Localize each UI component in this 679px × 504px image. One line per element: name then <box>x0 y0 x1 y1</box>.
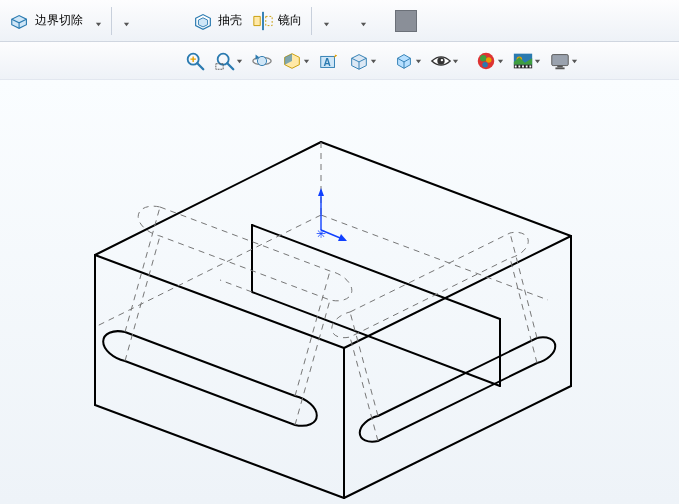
mirror-label: 镜向 <box>278 12 302 29</box>
mirror-icon <box>252 10 274 32</box>
section-view-icon <box>281 50 303 72</box>
boundary-cut-button[interactable]: 边界切除 <box>4 3 88 39</box>
section-view-button[interactable] <box>278 45 313 77</box>
chevron-down-icon <box>415 54 422 68</box>
scene-icon <box>512 50 534 72</box>
svg-point-9 <box>441 58 443 60</box>
dropdown-2[interactable] <box>116 3 135 39</box>
material-swatch-button[interactable] <box>390 3 422 39</box>
chevron-down-icon <box>303 54 310 68</box>
dropdown-1[interactable] <box>88 3 107 39</box>
boundary-cut-icon <box>9 10 31 32</box>
svg-rect-19 <box>557 65 563 67</box>
previous-view-button[interactable] <box>248 45 276 77</box>
eye-icon <box>430 50 452 72</box>
view-orientation-icon <box>393 50 415 72</box>
display-style-icon <box>348 50 370 72</box>
model-viewport[interactable]: ✳ <box>0 80 679 504</box>
zoom-area-icon <box>214 50 236 72</box>
chevron-down-icon <box>123 17 130 24</box>
boundary-cut-label: 边界切除 <box>35 12 83 29</box>
shell-label: 抽壳 <box>218 12 242 29</box>
dynamic-annotation-icon: A <box>318 50 340 72</box>
zoom-to-area-button[interactable] <box>211 45 246 77</box>
svg-text:✳: ✳ <box>316 227 326 241</box>
view-toolbar: A <box>0 42 679 80</box>
display-style-button[interactable] <box>345 45 380 77</box>
chevron-down-icon <box>95 17 102 24</box>
apply-scene-button[interactable] <box>509 45 544 77</box>
svg-point-11 <box>480 55 486 61</box>
chevron-down-icon <box>236 54 243 68</box>
svg-rect-20 <box>555 67 564 69</box>
chevron-down-icon <box>497 54 504 68</box>
chevron-down-icon <box>370 54 377 68</box>
view-settings-button[interactable] <box>546 45 581 77</box>
separator <box>111 7 112 35</box>
separator <box>311 7 312 35</box>
chevron-down-icon <box>360 17 367 24</box>
appearance-icon <box>475 50 497 72</box>
shell-icon <box>192 10 214 32</box>
origin-triad: ✳ <box>316 188 347 241</box>
dropdown-3[interactable] <box>316 3 335 39</box>
view-setting-icon <box>549 50 571 72</box>
material-swatch <box>395 10 417 32</box>
chevron-down-icon <box>571 54 578 68</box>
model-3d: ✳ <box>0 80 679 504</box>
dropdown-4[interactable] <box>353 3 372 39</box>
chevron-down-icon <box>534 54 541 68</box>
svg-rect-0 <box>262 11 264 29</box>
features-toolbar: 边界切除 抽壳 镜向 <box>0 0 679 42</box>
chevron-down-icon <box>452 54 459 68</box>
zoom-fit-icon <box>184 50 206 72</box>
dynamic-annotation-button[interactable]: A <box>315 45 343 77</box>
svg-text:A: A <box>324 56 332 67</box>
hide-show-items-button[interactable] <box>427 45 462 77</box>
svg-point-8 <box>437 57 444 64</box>
edit-appearance-button[interactable] <box>472 45 507 77</box>
shell-button[interactable]: 抽壳 <box>187 3 247 39</box>
zoom-to-fit-button[interactable] <box>181 45 209 77</box>
prev-view-icon <box>251 50 273 72</box>
svg-point-13 <box>482 61 488 66</box>
svg-point-5 <box>257 56 266 65</box>
mirror-button[interactable]: 镜向 <box>247 3 307 39</box>
svg-rect-18 <box>552 54 569 65</box>
svg-point-12 <box>486 57 492 63</box>
chevron-down-icon <box>323 17 330 24</box>
view-orientation-button[interactable] <box>390 45 425 77</box>
